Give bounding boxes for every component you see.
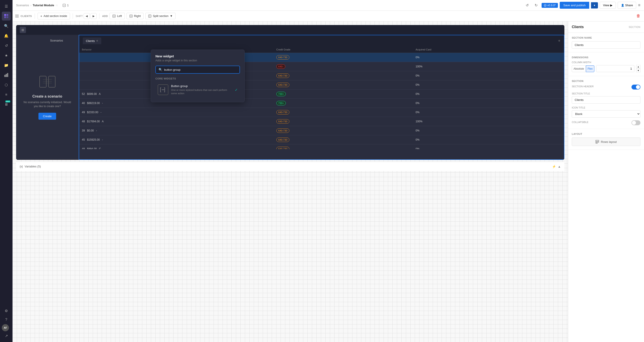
sidebar-arrow-icon[interactable]: ↗ xyxy=(2,331,11,340)
sidebar-folder-icon[interactable]: 📁 xyxy=(2,61,11,70)
sidebar-hex-icon[interactable]: ⬡ xyxy=(2,80,11,89)
svg-rect-4 xyxy=(4,75,5,77)
icon-title-select[interactable]: Blank xyxy=(572,110,640,118)
cell-credit: 730+ xyxy=(274,99,413,108)
dimensions-section: DIMENSIONS COLUMN WIDTH Absolute Flex ▲ … xyxy=(568,52,644,76)
widget-search-input[interactable] xyxy=(164,68,237,71)
cell-credit: 640-730 xyxy=(274,135,413,145)
split-section-button[interactable]: Split section ▼ xyxy=(145,13,176,19)
create-scenario-button[interactable]: Create xyxy=(38,113,56,120)
section-name-input[interactable] xyxy=(572,41,640,49)
curly-braces-icon: {x} xyxy=(20,165,23,168)
right-panel-subtitle: SECTION xyxy=(629,26,640,28)
add-left-button[interactable]: Left xyxy=(110,13,125,19)
filter-icon[interactable]: ⚡ xyxy=(552,165,556,168)
module-frame: ⊞ Scenarios xyxy=(16,25,564,160)
col-header-acquired: Acquired Card xyxy=(413,46,564,53)
add-tab-icon[interactable]: + xyxy=(96,39,98,43)
undo-button[interactable]: ↺ xyxy=(524,2,531,9)
widget-name: Button group xyxy=(171,84,232,88)
cell-acquired: 0% xyxy=(413,53,564,62)
star-icon[interactable]: ☆ xyxy=(56,3,58,7)
module-sections: Scenarios Create a scenario No scen xyxy=(16,35,564,160)
cell-num: 48 $17694.00 A xyxy=(79,117,274,126)
breadcrumb-parent[interactable]: Scenarios xyxy=(16,3,29,7)
column-width-input[interactable] xyxy=(596,65,634,72)
new-widget-subtitle: Adds a single widget in this section xyxy=(156,59,240,62)
add-section-inside-button[interactable]: + Add section inside xyxy=(38,13,70,19)
table-row[interactable]: 49 $2333.00 - 640-730 0% xyxy=(79,108,564,117)
version-badge: v0.9.0* xyxy=(542,3,558,8)
widget-desc: One or more stylized buttons that can ea… xyxy=(171,88,232,95)
cell-acquired: 0% xyxy=(413,90,564,99)
column-width-label: COLUMN WIDTH xyxy=(572,61,640,64)
section-settings-section: SECTION SECTION HEADER SECTION TITLE ICO… xyxy=(568,76,644,129)
delete-section-button[interactable]: 🗑 xyxy=(636,13,641,19)
module-name: Tutorial Module xyxy=(33,3,54,7)
add-section-icon[interactable]: + xyxy=(558,39,560,43)
section-header-label: SECTION HEADER xyxy=(572,85,594,88)
clients-tab[interactable]: Clients + xyxy=(83,37,101,44)
section-toolbar: CLIENTS + Add section inside SHIFT ◀ ▶ A… xyxy=(12,11,644,21)
cell-credit: 640-730 xyxy=(274,71,413,80)
section-header-toggle[interactable] xyxy=(632,85,640,90)
sidebar-search-icon[interactable]: 🔍 xyxy=(2,21,11,30)
cell-acquired: 0% xyxy=(413,126,564,135)
bracket-icon xyxy=(38,75,56,91)
hamburger-btn[interactable] xyxy=(15,14,19,18)
table-row[interactable]: 39 $0.00 - 640-730 0% xyxy=(79,126,564,135)
stepper-down[interactable]: ▼ xyxy=(636,69,640,72)
svg-rect-2 xyxy=(4,16,6,18)
view-button[interactable]: View ▶ xyxy=(600,2,616,9)
right-panel-title: Clients xyxy=(572,25,584,29)
variables-toggle[interactable]: {x} Variables (5) xyxy=(20,165,41,168)
table-row[interactable]: 48 $17694.00 A 640-730 100% xyxy=(79,117,564,126)
sidebar-layers-icon[interactable]: ≡ xyxy=(2,90,11,99)
collapse-icon[interactable]: ▲ xyxy=(558,165,561,168)
stepper-arrows: ▲ ▼ xyxy=(636,65,640,72)
sidebar-chart-icon[interactable] xyxy=(2,71,11,79)
svg-rect-1 xyxy=(6,14,8,16)
sidebar-settings-icon[interactable]: ⚙ xyxy=(2,306,11,315)
toolbar-divider-1 xyxy=(35,13,35,19)
cell-acquired: 0% xyxy=(413,71,564,80)
top-bar-actions: ↺ ↻ v0.9.0* Save and publish ▼ View ▶ 👤 … xyxy=(524,2,640,9)
share-button[interactable]: 👤 Share xyxy=(618,2,636,9)
table-row[interactable]: 48 $894.00 C 640-730 0% xyxy=(79,145,564,149)
absolute-button[interactable]: Absolute xyxy=(572,65,586,72)
svg-rect-5 xyxy=(6,74,7,77)
sidebar-bell-icon[interactable]: 🔔 xyxy=(2,31,11,40)
shift-right-button[interactable]: ▶ xyxy=(90,13,96,19)
button-group-widget-item[interactable]: [ ] Button group One or more stylized bu… xyxy=(156,82,240,98)
redo-button[interactable]: ↻ xyxy=(533,2,540,9)
collapsible-toggle[interactable] xyxy=(632,120,640,125)
split-caret-icon: ▼ xyxy=(170,14,173,18)
sidebar-avatar[interactable]: AF xyxy=(2,324,9,331)
overflow-menu-button[interactable]: ≡ xyxy=(638,3,640,7)
sidebar-help-icon[interactable]: ? xyxy=(2,315,11,324)
flex-button[interactable]: Flex xyxy=(586,65,594,72)
widget-info: Button group One or more stylized button… xyxy=(171,84,232,95)
add-right-button[interactable]: Right xyxy=(126,13,144,19)
top-bar: Scenarios › Tutorial Module ☆ 1 ↺ ↻ v0.9… xyxy=(12,0,644,11)
core-widgets-label: CORE WIDGETS xyxy=(156,77,240,80)
table-row[interactable]: 45 $15925.00 - 640-730 0% xyxy=(79,135,564,145)
sidebar-apps-icon[interactable] xyxy=(2,12,11,20)
sidebar-star-icon[interactable]: ★ xyxy=(2,51,11,60)
sidebar-menu-icon[interactable]: ☰ xyxy=(2,2,11,11)
stepper-up[interactable]: ▲ xyxy=(636,65,640,69)
save-publish-caret-button[interactable]: ▼ xyxy=(591,2,598,8)
cell-acquired: 0% xyxy=(413,80,564,90)
sidebar-screen-icon[interactable]: 🖥 xyxy=(2,100,11,109)
search-icon: 🔍 xyxy=(158,68,162,71)
rows-layout-button[interactable]: Rows layout xyxy=(572,138,640,146)
icon-title-group: ICON TITLE Blank xyxy=(572,106,640,118)
svg-rect-12 xyxy=(15,17,19,17)
sidebar-history-icon[interactable]: ↺ xyxy=(2,41,11,50)
bottom-actions: ⚡ ▲ xyxy=(552,165,561,168)
save-publish-button[interactable]: Save and publish xyxy=(560,2,589,9)
bottom-bar: {x} Variables (5) ⚡ ▲ xyxy=(16,162,564,171)
section-title-input[interactable] xyxy=(572,96,640,104)
shift-left-button[interactable]: ◀ xyxy=(84,13,90,19)
cell-credit: 730+ xyxy=(274,90,413,99)
